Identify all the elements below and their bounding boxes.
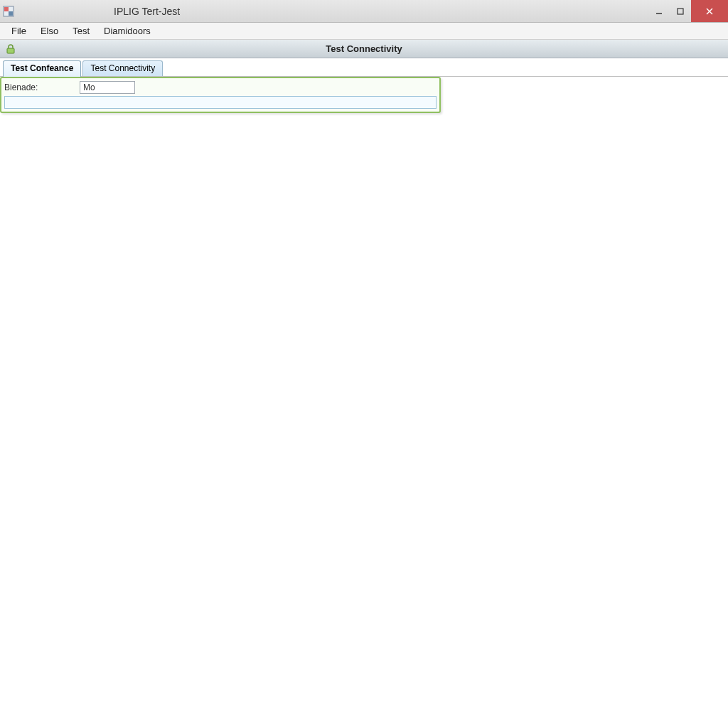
secondary-input[interactable] xyxy=(4,96,437,109)
content-area: Bienade: xyxy=(0,77,728,113)
form-row-secondary xyxy=(4,96,437,109)
menu-test[interactable]: Test xyxy=(65,24,97,38)
tab-label: Test Connectivity xyxy=(90,63,155,73)
titlebar: IPLIG Tert-Jest xyxy=(0,0,728,23)
minimize-button[interactable] xyxy=(648,0,670,22)
svg-rect-1 xyxy=(4,7,9,11)
menu-diamidoors[interactable]: Diamidoors xyxy=(97,24,158,38)
tab-test-connectivity[interactable]: Test Connectivity xyxy=(82,60,163,76)
menu-elso[interactable]: Elso xyxy=(33,24,65,38)
toolbar: Test Connectivity xyxy=(0,40,728,58)
svg-rect-4 xyxy=(678,9,683,14)
window-controls xyxy=(648,0,728,22)
tab-strip: Test Confeance Test Connectivity xyxy=(0,58,728,77)
menubar: File Elso Test Diamidoors xyxy=(0,23,728,40)
form-row-bienade: Bienade: xyxy=(4,81,437,94)
form-panel: Bienade: xyxy=(0,77,441,113)
close-button[interactable] xyxy=(691,0,728,22)
maximize-button[interactable] xyxy=(670,0,691,22)
app-icon xyxy=(3,6,14,17)
toolbar-title: Test Connectivity xyxy=(326,43,402,54)
svg-rect-7 xyxy=(7,48,14,53)
lock-icon[interactable] xyxy=(4,43,18,55)
menu-file[interactable]: File xyxy=(4,24,33,38)
svg-rect-2 xyxy=(9,11,13,16)
tab-test-confeance[interactable]: Test Confeance xyxy=(3,60,81,77)
tab-label: Test Confeance xyxy=(11,63,73,73)
bienade-input[interactable] xyxy=(80,81,135,94)
window-title: IPLIG Tert-Jest xyxy=(114,6,180,17)
field-label-bienade: Bienade: xyxy=(4,82,75,92)
